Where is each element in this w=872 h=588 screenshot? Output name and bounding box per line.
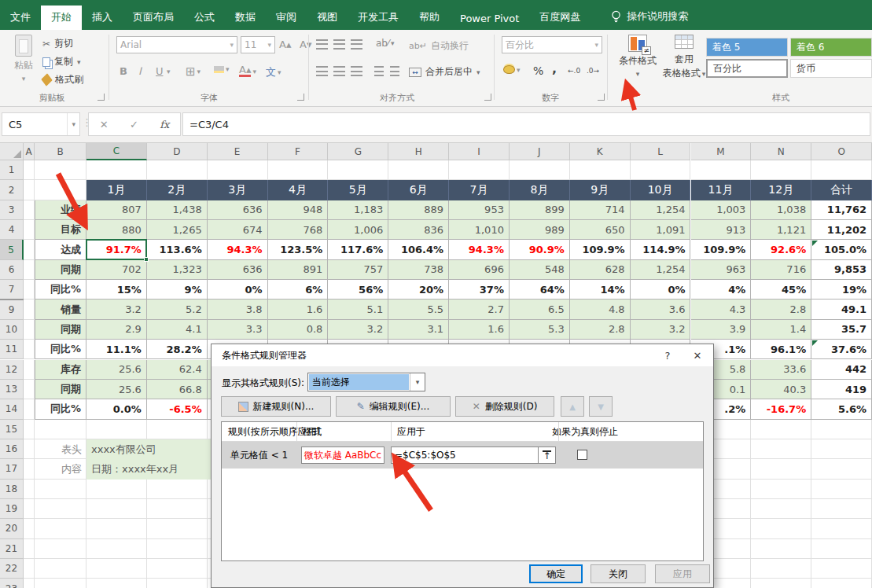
cell-N19[interactable] (751, 499, 811, 519)
cell-G2[interactable]: 5月 (328, 180, 388, 200)
row-header-9[interactable]: 9 (0, 300, 24, 319)
insert-function-button[interactable]: fx (160, 119, 169, 130)
cell-O14[interactable]: 5.6% (811, 399, 872, 419)
cell-M7[interactable]: 4% (691, 280, 752, 300)
tab-Power Pivot[interactable]: Power Pivot (450, 8, 529, 30)
cut-button[interactable]: ✂ 剪切 (42, 37, 73, 50)
tab-开发工具[interactable]: 开发工具 (348, 6, 409, 30)
cell-M9[interactable]: 4.3 (691, 300, 752, 319)
cell-J10[interactable]: 5.3 (510, 320, 570, 340)
cell-B11[interactable]: 同比% (35, 340, 86, 359)
cell-C15[interactable] (86, 420, 147, 439)
cell-B5[interactable]: 达成 (35, 240, 86, 259)
cell-D12[interactable]: 62.4 (147, 360, 208, 380)
col-header-H[interactable]: H (388, 143, 449, 160)
cell-F3[interactable]: 948 (268, 200, 329, 220)
cell-C11[interactable]: 11.1% (86, 340, 147, 359)
cell-M5[interactable]: 109.9% (691, 240, 752, 259)
row-header-3[interactable]: 3 (0, 200, 24, 220)
cell-N4[interactable]: 1,121 (751, 220, 811, 240)
cell-D22[interactable] (147, 559, 208, 579)
cell-C4[interactable]: 880 (86, 220, 147, 240)
cell-A21[interactable] (24, 539, 35, 559)
cell-K3[interactable]: 714 (570, 200, 631, 220)
cell-J3[interactable]: 899 (510, 200, 570, 220)
accounting-format-button[interactable]: ▾ (503, 65, 521, 74)
tab-帮助[interactable]: 帮助 (409, 6, 450, 30)
cell-N22[interactable] (751, 559, 811, 579)
apply-button[interactable]: 应用 (655, 564, 710, 583)
cell-C18[interactable] (86, 480, 147, 499)
row-header-16[interactable]: 16 (0, 439, 24, 459)
align-middle-button[interactable] (333, 39, 345, 50)
cell-E10[interactable]: 3.3 (208, 320, 268, 340)
cell-A13[interactable] (24, 380, 35, 399)
row-header-7[interactable]: 7 (0, 280, 24, 300)
cell-C7[interactable]: 15% (86, 280, 147, 300)
cell-O10[interactable]: 35.7 (811, 320, 872, 340)
cell-N11[interactable]: 96.1% (751, 340, 811, 359)
cell-O15[interactable] (811, 420, 872, 439)
cell-O7[interactable]: 19% (811, 280, 872, 300)
cell-L9[interactable]: 3.6 (631, 300, 691, 319)
cell-B3[interactable]: 业绩 (35, 200, 86, 220)
cell-D15[interactable] (147, 420, 208, 439)
cell-K1[interactable] (570, 160, 631, 180)
stop-if-true-checkbox[interactable] (577, 450, 587, 460)
cell-O1[interactable] (811, 160, 872, 180)
cell-E1[interactable] (208, 160, 268, 180)
decrease-decimal-button[interactable]: .0→ (587, 67, 599, 75)
col-header-J[interactable]: J (510, 143, 570, 160)
formula-input[interactable]: =C3/C4 (182, 112, 870, 136)
align-bottom-button[interactable] (351, 39, 362, 50)
cell-O18[interactable] (811, 480, 872, 499)
applies-to-input[interactable]: =$C$5:$O$5 (391, 447, 539, 464)
cell-B19[interactable] (35, 499, 86, 519)
underline-dropdown[interactable]: ▾ (167, 68, 171, 75)
tell-me-search[interactable]: 操作说明搜索 (611, 9, 688, 30)
cell-N5[interactable]: 92.6% (751, 240, 811, 259)
font-name-dropdown[interactable]: Arial▾ (116, 36, 237, 53)
cell-A17[interactable] (24, 459, 35, 479)
cell-A6[interactable] (24, 260, 35, 280)
increase-decimal-button[interactable]: ←.0 (568, 67, 580, 75)
cell-J6[interactable]: 548 (510, 260, 570, 280)
cell-G5[interactable]: 117.6% (328, 240, 388, 259)
cell-O17[interactable] (811, 459, 872, 479)
cell-N2[interactable]: 12月 (751, 180, 811, 200)
cell-A14[interactable] (24, 399, 35, 419)
row-header-17[interactable]: 17 (0, 459, 24, 479)
cell-H6[interactable]: 738 (388, 260, 449, 280)
cell-N16[interactable] (751, 439, 811, 459)
cell-H10[interactable]: 3.1 (388, 320, 449, 340)
cell-B23[interactable] (35, 579, 86, 588)
cell-O5[interactable]: 105.0% (811, 240, 872, 259)
cell-A11[interactable] (24, 340, 35, 359)
row-header-13[interactable]: 13 (0, 380, 24, 399)
merge-center-button[interactable]: ↔ 合并后居中 ▾ (409, 65, 480, 79)
shrink-font-button[interactable]: A▾ (300, 39, 311, 50)
cell-O4[interactable]: 11,202 (811, 220, 872, 240)
cell-H9[interactable]: 5.5 (388, 300, 449, 319)
confirm-entry-button[interactable]: ✓ (130, 119, 138, 130)
cell-style-百分比[interactable]: 百分比 (706, 59, 788, 78)
row-header-18[interactable]: 18 (0, 480, 24, 499)
cell-D4[interactable]: 1,265 (147, 220, 208, 240)
cell-O16[interactable] (811, 439, 872, 459)
cell-L5[interactable]: 114.9% (631, 240, 691, 259)
cell-K10[interactable]: 2.8 (570, 320, 631, 340)
cell-C9[interactable]: 3.2 (86, 300, 147, 319)
cell-B20[interactable] (35, 519, 86, 538)
number-dialog-launcher[interactable] (598, 94, 605, 101)
cell-M10[interactable]: 3.9 (691, 320, 752, 340)
cell-E7[interactable]: 0% (208, 280, 268, 300)
col-header-C[interactable]: C (86, 143, 147, 160)
cell-J7[interactable]: 64% (510, 280, 570, 300)
cell-D1[interactable] (147, 160, 208, 180)
cell-D20[interactable] (147, 519, 208, 538)
col-header-M[interactable]: M (691, 143, 752, 160)
row-header-19[interactable]: 19 (0, 499, 24, 519)
cell-N13[interactable]: 40.3 (751, 380, 811, 399)
cell-J1[interactable] (510, 160, 570, 180)
tab-审阅[interactable]: 审阅 (266, 6, 307, 30)
